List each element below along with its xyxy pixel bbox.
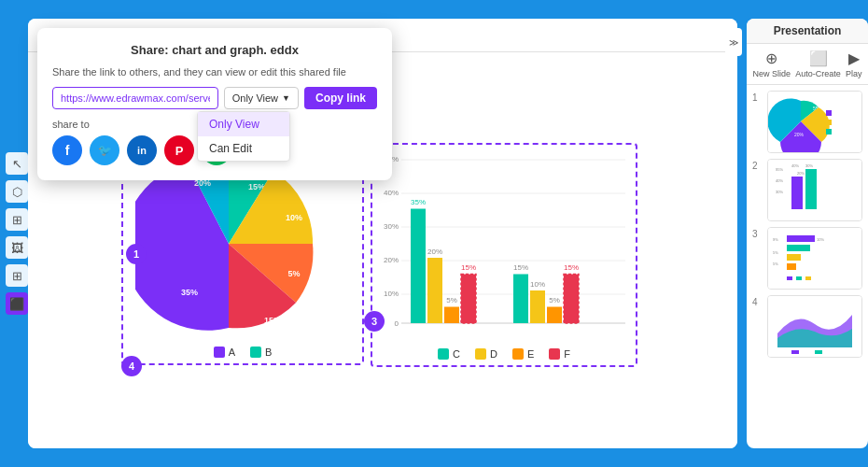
svg-text:10%: 10% [817,237,824,242]
y-label-20: 20% [384,256,399,264]
y-label-40: 40% [384,189,399,197]
legend-dot-b [250,347,261,358]
bar-label-f: F [564,348,570,360]
legend-dot-a [214,347,225,358]
left-tool-present[interactable]: ⬛ [6,292,28,315]
svg-text:40%: 40% [791,163,799,168]
share-dialog-desc: Share the link to others, and they can v… [52,66,377,78]
svg-rect-10 [791,177,803,209]
svg-rect-26 [805,276,811,280]
svg-rect-25 [796,276,802,280]
svg-rect-28 [791,350,799,354]
slides-list: 1 55% 20% 2 [747,85,868,448]
svg-text:20%: 20% [797,171,805,176]
slide-thumb-4 [767,295,862,358]
slide-item-2[interactable]: 2 95% 40% 30% 20% 40% 30% [752,159,862,221]
legend-label-b: B [265,347,272,358]
share-url-input[interactable] [52,87,218,109]
social-facebook[interactable]: f [52,135,82,165]
left-tool-layers[interactable]: ⊞ [6,264,28,287]
bar-c2-label: 15% [513,263,528,272]
slide-svg-3: 9% 10% 5% 5% [768,228,861,289]
share-link-row: Only View ▼ Copy link Only View Can Edit [52,87,377,109]
svg-rect-23 [787,263,796,270]
auto-create-label: Auto-Create [795,69,841,78]
left-tool-grid[interactable]: ⊞ [6,208,28,231]
left-tool-shapes[interactable]: ⬡ [6,180,28,203]
svg-rect-4 [826,120,832,125]
bar-legend-f: F [549,348,570,360]
social-twitter[interactable]: 🐦 [90,135,119,165]
social-pinterest[interactable]: P [164,135,194,165]
svg-rect-17 [787,235,815,242]
slide-num-2: 2 [752,161,763,171]
svg-rect-12 [805,169,817,209]
bar-e1-label: 5% [446,296,457,304]
bar-label-e: E [527,348,534,360]
share-dialog: Share: chart and graph. eddx Share the l… [37,28,392,180]
right-panel-title: Presentation [747,19,868,44]
badge-4: 4 [121,356,142,376]
play-button[interactable]: ▶ Play [846,50,862,78]
dropdown-can-edit[interactable]: Can Edit [198,136,289,161]
svg-text:5%: 5% [773,250,778,255]
svg-text:20%: 20% [794,132,805,137]
dropdown-only-view[interactable]: Only View [198,112,289,136]
left-toolbar: ↖ ⬡ ⊞ 🖼 ⊞ ⬛ [6,152,28,315]
bar-legend-e: E [512,348,534,360]
svg-rect-29 [815,350,822,354]
bar-legend-d: D [475,348,497,360]
bar-e2-label: 5% [549,296,560,304]
copy-link-button[interactable]: Copy link [304,87,377,109]
svg-text:30%: 30% [805,163,813,168]
bar-dot-e [512,348,524,360]
new-slide-button[interactable]: ⊕ New Slide [753,50,791,78]
slide-num-1: 1 [752,92,763,103]
slide-item-1[interactable]: 1 55% 20% [752,91,862,153]
new-slide-icon: ⊕ [765,50,777,67]
auto-create-button[interactable]: ⬜ Auto-Create [795,50,841,78]
bar-e2 [547,307,562,324]
right-panel: Presentation ⊕ New Slide ⬜ Auto-Create ▶… [747,19,868,448]
slide-num-4: 4 [752,297,763,307]
slide-svg-1: 55% 20% [768,92,861,152]
svg-rect-19 [787,245,810,251]
share-view-select[interactable]: Only View ▼ [224,87,299,109]
slide-item-3[interactable]: 3 9% 10% 5% 5% [752,227,862,290]
bar-chart-wrapper: 2 3 50% 40% 30% 20% 10% 0 [378,150,630,360]
svg-text:5%: 5% [773,262,778,266]
pie-label-5: 35% [181,288,198,297]
expand-panel-button[interactable]: ≫ [725,28,742,56]
social-linkedin[interactable]: in [127,135,157,165]
slide-item-4[interactable]: 4 [752,295,862,358]
y-label-0: 0 [395,319,399,328]
slide-svg-4 [768,296,861,357]
legend-item-b: B [250,347,272,358]
slide-num-3: 3 [752,229,763,239]
new-slide-label: New Slide [753,69,791,78]
bar-c1-label: 35% [411,198,426,206]
bar-legend-c: C [438,348,460,360]
bar-f2 [564,275,579,324]
svg-text:9%: 9% [773,237,778,242]
svg-rect-5 [826,129,832,134]
bar-d1-label: 20% [427,248,442,256]
svg-rect-3 [826,110,832,116]
view-option-label: Only View [232,92,278,104]
bar-c1 [411,209,426,324]
auto-create-icon: ⬜ [809,50,828,67]
svg-text:40%: 40% [776,178,783,183]
left-tool-image[interactable]: 🖼 [6,236,28,259]
bar-f1 [461,275,476,324]
slide-thumb-1: 55% 20% [767,91,862,153]
slide-thumb-3: 9% 10% 5% 5% [767,227,862,290]
left-tool-cursor[interactable]: ↖ [6,152,28,175]
bar-d2-label: 10% [530,280,545,289]
svg-text:95%: 95% [776,167,783,172]
slide-svg-2: 95% 40% 30% 20% 40% 30% [768,160,861,220]
play-icon: ▶ [848,50,860,67]
svg-rect-24 [787,276,792,280]
y-label-10: 10% [384,290,399,298]
pie-label-2: 10% [286,213,302,222]
right-panel-toolbar: ⊕ New Slide ⬜ Auto-Create ▶ Play [747,44,868,85]
